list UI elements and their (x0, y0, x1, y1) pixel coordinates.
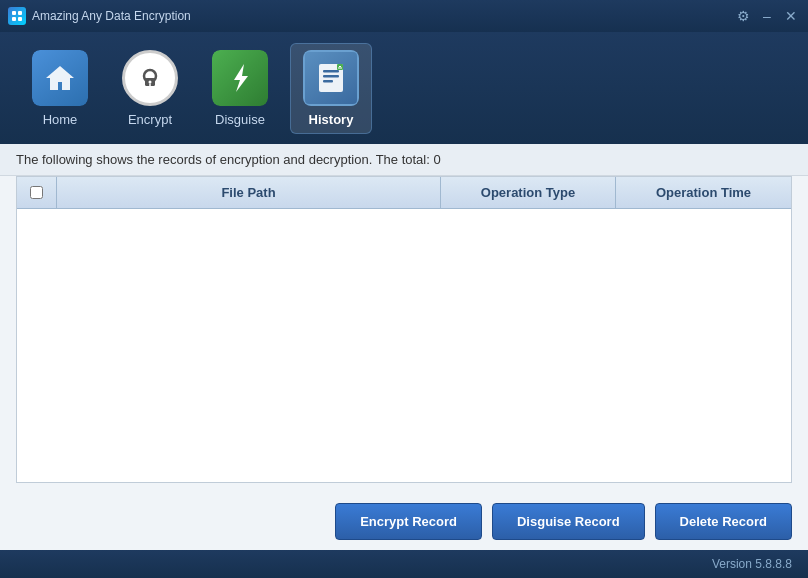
select-all-checkbox[interactable] (30, 186, 43, 199)
svg-rect-13 (323, 80, 333, 83)
header-optime: Operation Time (616, 177, 791, 208)
info-text: The following shows the records of encry… (16, 152, 441, 167)
nav-home[interactable]: Home (20, 44, 100, 133)
status-bar: Version 5.8.8.8 (0, 550, 808, 578)
nav-disguise-label: Disguise (215, 112, 265, 127)
disguise-record-button[interactable]: Disguise Record (492, 503, 645, 540)
nav-home-label: Home (43, 112, 78, 127)
header-filepath: File Path (57, 177, 441, 208)
home-icon-wrap (32, 50, 88, 106)
home-icon (32, 50, 88, 106)
nav-encrypt[interactable]: Encrypt (110, 44, 190, 133)
svg-rect-15 (339, 66, 341, 67)
svg-marker-9 (234, 64, 248, 92)
nav-history[interactable]: History (290, 43, 372, 134)
svg-rect-3 (18, 17, 22, 21)
history-icon (303, 50, 359, 106)
close-button[interactable]: ✕ (782, 7, 800, 25)
encrypt-record-button[interactable]: Encrypt Record (335, 503, 482, 540)
nav-disguise[interactable]: Disguise (200, 44, 280, 133)
app-icon (8, 7, 26, 25)
svg-rect-11 (323, 70, 339, 73)
records-table: File Path Operation Type Operation Time (16, 176, 792, 483)
app-title: Amazing Any Data Encryption (32, 9, 734, 23)
bottom-buttons: Encrypt Record Disguise Record Delete Re… (0, 493, 808, 550)
disguise-icon-wrap (212, 50, 268, 106)
title-bar: Amazing Any Data Encryption ⚙ – ✕ (0, 0, 808, 32)
delete-record-button[interactable]: Delete Record (655, 503, 792, 540)
main-content: The following shows the records of encry… (0, 144, 808, 550)
minimize-button[interactable]: – (758, 7, 776, 25)
window-controls: ⚙ – ✕ (734, 7, 800, 25)
svg-rect-0 (12, 11, 16, 15)
table-header: File Path Operation Type Operation Time (17, 177, 791, 209)
nav-encrypt-label: Encrypt (128, 112, 172, 127)
encrypt-icon-wrap (122, 50, 178, 106)
svg-rect-1 (18, 11, 22, 15)
nav-history-label: History (309, 112, 354, 127)
version-label: Version 5.8.8.8 (712, 557, 792, 571)
settings-button[interactable]: ⚙ (734, 7, 752, 25)
header-checkbox-cell[interactable] (17, 177, 57, 208)
disguise-icon (212, 50, 268, 106)
history-icon-wrap (303, 50, 359, 106)
svg-point-7 (149, 80, 152, 83)
info-bar: The following shows the records of encry… (0, 144, 808, 176)
svg-rect-16 (338, 67, 342, 68)
svg-marker-4 (46, 66, 74, 90)
encrypt-icon (122, 50, 178, 106)
svg-rect-12 (323, 75, 339, 78)
table-body (17, 209, 791, 482)
svg-rect-2 (12, 17, 16, 21)
header-optype: Operation Type (441, 177, 616, 208)
nav-bar: Home Encrypt Disguise (0, 32, 808, 144)
